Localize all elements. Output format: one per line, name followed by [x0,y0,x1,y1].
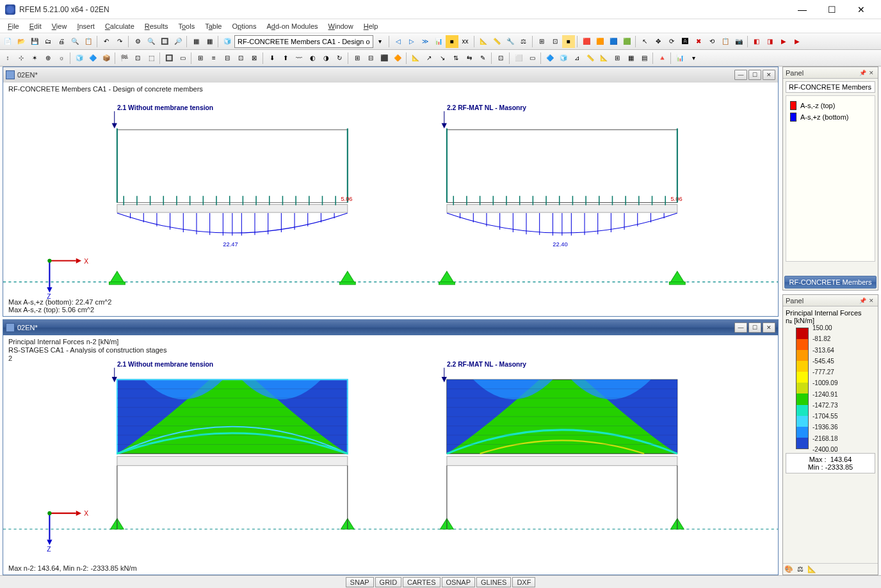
t2-ar[interactable]: ▦ [624,52,637,65]
t2-af[interactable]: ⇅ [449,52,462,65]
maximize-button[interactable]: ☐ [817,1,846,19]
print-icon[interactable]: 🖨 [55,35,68,48]
panel2-tab2-icon[interactable]: ⚖ [797,565,804,573]
report-icon[interactable]: 📋 [82,35,95,48]
t2-f[interactable]: 🧊 [73,52,86,65]
status-osnap[interactable]: OSNAP [442,577,476,587]
t2-m[interactable]: ▭ [176,52,189,65]
panel2-tab3-icon[interactable]: 📐 [807,565,816,573]
red4-icon[interactable]: ▶ [791,35,804,48]
menu-help[interactable]: Help [359,21,384,31]
dim2-icon[interactable]: 📏 [490,35,503,48]
menu-table[interactable]: Table [200,21,227,31]
status-snap[interactable]: SNAP [346,577,374,587]
red3-icon[interactable]: ▶ [777,35,790,48]
minimize-button[interactable]: — [788,1,817,19]
dim4-icon[interactable]: ⚖ [517,35,530,48]
doc2-titlebar[interactable]: 02EN* — ☐ ✕ [3,320,778,335]
status-cartes[interactable]: CARTES [403,577,440,587]
t2-at[interactable]: 🔺 [656,52,668,65]
panel2-title[interactable]: Panel 📌✕ [783,295,878,306]
doc2-max-button[interactable]: ☐ [748,322,761,333]
t2-aj[interactable]: ⬜ [512,52,525,65]
copy-icon[interactable]: 📋 [719,35,732,48]
menu-file[interactable]: File [3,21,24,31]
calc-icon[interactable]: ⚙ [131,35,144,48]
t2-y[interactable]: ⊞ [351,52,364,65]
combo-down-icon[interactable]: ▾ [374,35,387,48]
t2-j[interactable]: ⊡ [131,52,144,65]
t2-r[interactable]: ⊠ [248,52,261,65]
t2-ac[interactable]: 📐 [409,52,422,65]
table1-icon[interactable]: ▦ [190,35,202,48]
t2-g[interactable]: 🔷 [86,52,99,65]
mat4-icon[interactable]: 🟩 [620,35,633,48]
t2-w[interactable]: ◑ [319,52,332,65]
t2-au[interactable]: 📊 [674,52,686,65]
undo-icon[interactable]: ↶ [100,35,113,48]
t2-ag[interactable]: ⇆ [463,52,476,65]
t2-ao[interactable]: 📏 [584,52,597,65]
saveall-icon[interactable]: 🗂 [42,35,54,48]
axis-icon[interactable]: 🅰 [679,35,691,48]
table2-icon[interactable]: ▦ [203,35,216,48]
doc1-titlebar[interactable]: 02EN* — ☐ ✕ [3,67,778,83]
cross-icon[interactable]: ✖ [692,35,705,48]
open-icon[interactable]: 📂 [15,35,28,48]
mat3-icon[interactable]: 🟦 [607,35,620,48]
doc1-max-button[interactable]: ☐ [748,70,761,80]
status-grid[interactable]: GRID [375,577,402,587]
t2-l[interactable]: 🔲 [163,52,175,65]
redo-icon[interactable]: ↷ [113,35,126,48]
t2-aa[interactable]: ⬛ [378,52,391,65]
t2-q[interactable]: ⊡ [234,52,247,65]
refresh-icon[interactable]: ⟲ [706,35,718,48]
t2-ai[interactable]: ⊡ [494,52,507,65]
t2-c[interactable]: ✶ [28,52,41,65]
panel2-close-icon[interactable]: ✕ [868,297,875,305]
t2-as[interactable]: ▤ [638,52,651,65]
new-icon[interactable]: 📄 [1,35,14,48]
results-combo[interactable]: RF-CONCRETE Members CA1 - Design o [234,35,373,48]
panel2-pin-icon[interactable]: 📌 [859,297,866,305]
dim1-icon[interactable]: 📐 [477,35,490,48]
t2-n[interactable]: ⊞ [194,52,207,65]
menu-options[interactable]: Options [227,21,261,31]
zoom-icon[interactable]: 🔍 [145,35,158,48]
t2-a[interactable]: ↕ [1,52,14,65]
t2-o[interactable]: ≡ [207,52,220,65]
t2-v[interactable]: ◐ [306,52,319,65]
move-icon[interactable]: ✥ [652,35,665,48]
menu-view[interactable]: View [47,21,72,31]
t2-x[interactable]: ↻ [333,52,346,65]
menu-calculate[interactable]: Calculate [100,21,140,31]
t2-s[interactable]: ⬇ [266,52,279,65]
red1-icon[interactable]: ◧ [750,35,763,48]
grid2-icon[interactable]: ⊡ [549,35,562,48]
t2-an[interactable]: ⊿ [570,52,583,65]
module-icon[interactable]: 🧊 [221,35,234,48]
t2-ad[interactable]: ↗ [423,52,435,65]
panel1-close-icon[interactable]: ✕ [868,69,875,77]
mat1-icon[interactable]: 🟥 [580,35,593,48]
panel1-title[interactable]: Panel 📌✕ [783,67,878,79]
t2-d[interactable]: ⊕ [42,52,54,65]
zoomout-icon[interactable]: 🔎 [172,35,184,48]
menu-tools[interactable]: Tools [173,21,200,31]
t2-al[interactable]: 🔷 [544,52,556,65]
menu-addon[interactable]: Add-on Modules [261,21,323,31]
t2-u[interactable]: 〰 [293,52,305,65]
t2-ae[interactable]: ↘ [436,52,449,65]
doc2-close-button[interactable]: ✕ [763,322,775,333]
result2-icon[interactable]: ■ [446,35,458,48]
t2-aq[interactable]: ⊞ [611,52,624,65]
t2-ah[interactable]: ✎ [476,52,489,65]
panel1-pin-icon[interactable]: 📌 [859,69,866,77]
t2-am[interactable]: 🧊 [557,52,570,65]
t2-b[interactable]: ⊹ [15,52,28,65]
dim3-icon[interactable]: 🔧 [504,35,517,48]
status-dxf[interactable]: DXF [512,577,535,587]
menu-edit[interactable]: Edit [24,21,47,31]
red2-icon[interactable]: ◨ [764,35,777,48]
doc2-min-button[interactable]: — [734,322,747,333]
